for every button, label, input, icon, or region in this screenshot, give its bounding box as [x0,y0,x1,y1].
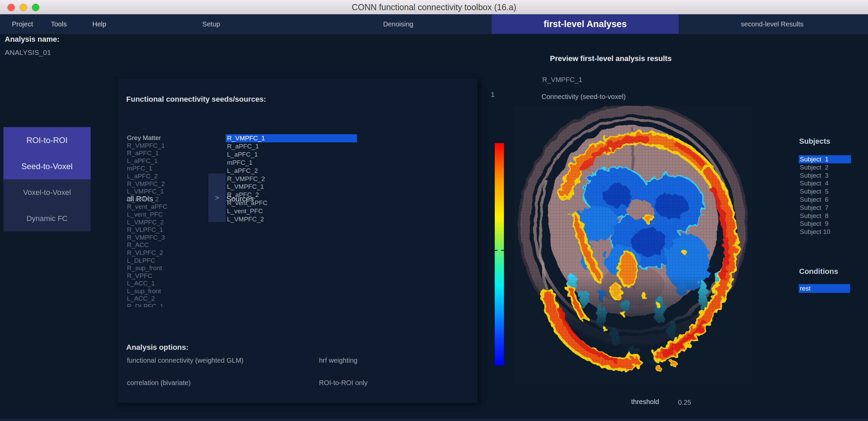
roi-list-item[interactable]: R_aPFC_1 [127,149,208,157]
window-title: CONN functional connectivity toolbox (16… [0,0,868,14]
roi-list-item[interactable]: R_aPFC_2 [127,196,208,203]
preview-title: Preview first-level analysis results [526,54,696,63]
roi-list-item[interactable]: R_sup_front [127,264,208,272]
source-list-item[interactable]: R_VMPFC_2 [226,175,357,183]
conditions-header: Conditions [799,267,838,276]
analysis-name-value[interactable]: ANALYSIS_01 [5,48,51,57]
subject-list-item[interactable]: Subject 3 [799,172,851,180]
menu-project[interactable]: Project [12,14,33,34]
source-list-item[interactable]: L_aPFC_1 [226,151,357,159]
tab[interactable]: first-level Analyses [492,14,679,34]
roi-list-item[interactable]: L_VMPFC_1 [127,188,208,196]
sidebar-item[interactable]: Dynamic FC [3,205,91,232]
colorbar[interactable] [494,143,504,366]
source-list-item[interactable]: R_VMPFC_1 [226,134,357,142]
sources-listbox[interactable]: R_VMPFC_1R_aPFC_1L_aPFC_1mPFC_1L_aPFC_2R… [226,134,357,233]
subject-list-item[interactable]: Subject 5 [799,187,851,196]
source-list-item[interactable]: L_VMPFC_1 [226,183,357,191]
source-list-item[interactable]: L_vent_PFC [226,207,357,215]
subject-list-item[interactable]: Subject 10 [799,228,851,236]
subjects-header: Subjects [799,137,830,146]
sidebar-item[interactable]: ROI-to-ROI [3,127,91,153]
roi-list-item[interactable]: L_sup_front [127,287,208,295]
panel-title: Functional connectivity seeds/sources: [126,95,266,104]
roi-list-item[interactable]: mPFC_1 [127,165,208,173]
analysis-type-sidebar: ROI-to-ROISeed-to-Voxel Voxel-to-VoxelDy… [3,127,91,232]
subject-list-item[interactable]: Subject 2 [799,163,851,172]
brain-connectivity-image[interactable] [514,106,753,384]
main-tabs: SetupDenoisingfirst-level Analysessecond… [118,14,866,34]
preview-subtitle: Connectivity (seed-to-voxel) [542,93,626,101]
subject-list-item[interactable]: Subject 9 [799,220,851,228]
roi-list-item[interactable]: L_ACC_1 [127,280,208,287]
measure-dropdown[interactable]: functional connectivity (weighted GLM) [127,357,244,364]
correlation-dropdown[interactable]: correlation (bivariate) [127,379,191,387]
tab[interactable]: Setup [118,14,305,34]
roi-list-item[interactable]: R_VMPFC_2 [127,180,208,188]
roi-list-item[interactable]: L_ACC_2 [127,295,208,303]
roi-list-item[interactable]: L_vent_PFC [127,211,208,219]
condition-list-item[interactable]: rest [799,284,850,293]
window-titlebar: CONN functional connectivity toolbox (16… [0,0,868,15]
roi-list-item[interactable]: R_VMPFC_3 [127,234,208,242]
colorbar-max-label: 1 [488,91,497,99]
analysis-options-title: Analysis options: [126,343,188,352]
source-list-item[interactable]: L_aPFC_2 [226,167,357,175]
source-list-item[interactable]: R_aPFC_2 [226,191,357,199]
threshold-label: threshold [631,398,659,406]
source-list-item[interactable]: R_aPFC_1 [226,142,357,151]
brain-axial-slice [514,106,753,384]
sidebar-item[interactable]: Voxel-to-Voxel [3,179,91,205]
tab[interactable]: second-level Results [679,14,866,34]
roi-list-item[interactable]: R_VPFC [127,272,208,280]
source-list-item[interactable]: L_VMPFC_2 [226,215,357,223]
subject-list-item[interactable]: Subject 8 [799,212,851,220]
all-rois-listbox[interactable]: Grey MatterR_VMPFC_1R_aPFC_1L_aPFC_1mPFC… [127,134,208,307]
roi-list-item[interactable]: R_VLPFC_2 [127,249,208,257]
sidebar-item[interactable]: Seed-to-Voxel [3,153,91,179]
source-list-item[interactable]: mPFC_1 [226,159,357,167]
subject-list-item[interactable]: Subject 4 [799,179,851,187]
conditions-listbox[interactable]: rest [799,284,850,293]
seeds-sources-panel: Functional connectivity seeds/sources: a… [116,77,477,403]
analysis-name-label: Analysis name: [5,35,59,44]
roi-list-item[interactable]: Grey Matter [127,134,208,142]
subject-list-item[interactable]: Subject 1 [799,155,851,163]
subjects-listbox[interactable]: Subject 1Subject 2Subject 3Subject 4Subj… [799,155,851,236]
roi-list-item[interactable]: L_aPFC_2 [127,173,208,180]
roi-list-item[interactable]: L_VMPFC_2 [127,219,208,226]
preview-seed-label: R_VMPFC_1 [542,76,582,84]
menu-help[interactable]: Help [92,14,106,34]
colorbar-threshold-tick [494,250,497,251]
menu-tools[interactable]: Tools [51,14,67,34]
roi-list-item[interactable]: R_VMPFC_1 [127,142,208,150]
add-source-button[interactable]: > [208,174,226,222]
subject-list-item[interactable]: Subject 6 [799,196,851,204]
roi-list-item[interactable]: R_VLPFC_1 [127,226,208,234]
window-bottom-edge [0,418,868,421]
sidebar-inactive-section: Voxel-to-VoxelDynamic FC [3,179,91,232]
colorbar-threshold-tick [501,250,504,251]
source-list-item[interactable]: R_vent_aPFC [226,199,357,207]
roi-list-item[interactable]: R_vent_aPFC [127,203,208,211]
threshold-value[interactable]: 0.25 [678,399,691,406]
roi-list-item[interactable]: L_DLPFC [127,257,208,265]
sidebar-active-section: ROI-to-ROISeed-to-Voxel [3,127,91,179]
roi-list-item[interactable]: R_ACC [127,241,208,249]
menu-bar: Project Tools Help SetupDenoisingfirst-l… [0,14,868,34]
scope-dropdown[interactable]: ROI-to-ROI only [319,379,367,387]
weighting-dropdown[interactable]: hrf weighting [319,357,357,364]
subject-list-item[interactable]: Subject 7 [799,204,851,212]
roi-list-item[interactable]: L_aPFC_1 [127,157,208,165]
tab[interactable]: Denoising [305,14,492,34]
roi-list-item[interactable]: R_DLPFC_1 [127,303,208,307]
